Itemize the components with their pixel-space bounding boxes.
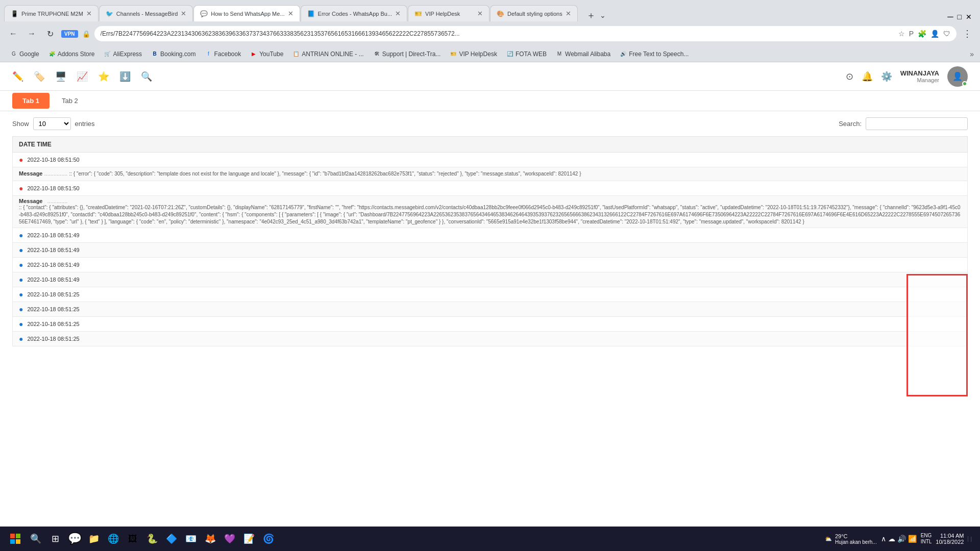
- tab-default-styling[interactable]: 🎨 Default styling options ✕: [490, 5, 578, 21]
- weather-widget[interactable]: ⛅ 29°C Hujan akan berh...: [825, 533, 877, 545]
- tray-cloud-icon[interactable]: ☁: [888, 535, 895, 543]
- taskbar-chrome-button[interactable]: 🌐: [105, 531, 121, 547]
- online-status-dot: [962, 81, 967, 86]
- datetime-cell: ● 2022-10-18 08:51:25: [13, 287, 968, 302]
- taskbar-photoshop-button[interactable]: 🖼: [125, 531, 141, 547]
- tab-page-1[interactable]: Tab 1: [12, 93, 50, 109]
- tab-close-button[interactable]: ✕: [566, 10, 571, 17]
- close-button[interactable]: ✕: [966, 13, 972, 21]
- message-label: Message: [19, 198, 42, 204]
- date-display: 10/18/2022: [936, 539, 964, 545]
- language-badge[interactable]: ENG INTL: [921, 533, 932, 545]
- help-icon[interactable]: ⊙: [846, 71, 853, 82]
- analytics-icon[interactable]: 📈: [77, 71, 88, 82]
- tab-error-codes-whatsapp[interactable]: 📘 Error Codes - WhatsApp Bu... ✕: [301, 5, 408, 21]
- taskbar-app5-button[interactable]: 🔷: [163, 531, 180, 547]
- table-row-detail: Message ............. :: { "contact": { …: [13, 196, 968, 228]
- minimize-button[interactable]: ─: [947, 12, 953, 21]
- datetime-cell: ● 2022-10-18 08:51:49: [13, 228, 968, 243]
- tab-page-2[interactable]: Tab 2: [52, 93, 88, 109]
- show-entries-control: Show 10 25 50 100 entries: [12, 117, 95, 130]
- show-desktop-button[interactable]: |: [968, 536, 974, 542]
- new-tab-button[interactable]: ＋: [586, 9, 596, 21]
- extension-icon[interactable]: 🧩: [918, 30, 926, 38]
- tray-network-icon[interactable]: 📶: [908, 535, 917, 543]
- taskbar-search-button[interactable]: 🔍: [28, 531, 44, 547]
- tab-close-button[interactable]: ✕: [181, 10, 186, 17]
- taskbar-outlook-button[interactable]: 📧: [183, 531, 199, 547]
- bookmark-addons-store[interactable]: 🧩 Addons Store: [44, 49, 99, 59]
- data-table: DATE TIME ● 2022-10-18 08:51:50 M: [12, 136, 968, 346]
- bookmark-booking[interactable]: B Booking.com: [147, 49, 200, 59]
- bookmark-fota-web[interactable]: 🔄 FOTA WEB: [502, 49, 551, 59]
- info-icon: ●: [19, 246, 23, 254]
- tray-volume-icon[interactable]: 🔊: [897, 535, 906, 543]
- bookmarks-more-button[interactable]: »: [970, 50, 974, 58]
- maximize-button[interactable]: □: [958, 13, 962, 21]
- tab-close-button[interactable]: ✕: [477, 10, 483, 17]
- facebook-favicon: f: [205, 51, 212, 58]
- search-icon[interactable]: 🔍: [141, 71, 152, 82]
- reload-button[interactable]: ↻: [43, 27, 57, 41]
- weather-icon: ⛅: [825, 536, 832, 542]
- bookmark-antrian-online[interactable]: 📋 ANTRIAN ONLINE - ...: [288, 49, 368, 59]
- tab-vip-helpdesk[interactable]: 🎫 VIP HelpDesk ✕: [408, 5, 489, 21]
- taskbar-chat-button[interactable]: 💬: [66, 531, 83, 547]
- user-name: WINANJAYA: [900, 69, 939, 77]
- more-options-button[interactable]: ⋮: [961, 28, 974, 39]
- bookmark-vip-helpdesk[interactable]: 🎫 VIP HelpDesk: [446, 49, 501, 59]
- taskbar-visual-studio-button[interactable]: 💜: [222, 531, 238, 547]
- notifications-icon[interactable]: 🔔: [862, 71, 873, 82]
- address-bar[interactable]: /Errs/7B2247756964223A223134306362383639…: [94, 26, 957, 41]
- datetime-cell: ● 2022-10-18 08:51:50: [13, 181, 968, 196]
- star-icon[interactable]: ⭐: [98, 71, 109, 82]
- svg-rect-1: [16, 534, 20, 538]
- bookmark-youtube[interactable]: ▶ YouTube: [246, 49, 287, 59]
- taskbar-edge-button[interactable]: 🌀: [260, 531, 277, 547]
- tab-close-button[interactable]: ✕: [86, 10, 92, 17]
- tag-icon[interactable]: 🏷️: [34, 71, 45, 82]
- download-icon[interactable]: ⬇️: [119, 71, 131, 82]
- datetime-cell: ● 2022-10-18 08:51:49: [13, 272, 968, 287]
- profile-button[interactable]: 👤: [930, 30, 939, 38]
- taskbar-file-explorer[interactable]: 📁: [86, 531, 102, 547]
- bookmark-google[interactable]: G Google: [6, 49, 43, 59]
- bookmark-label: FOTA WEB: [516, 51, 547, 58]
- language-text: ENG: [921, 533, 932, 539]
- taskbar-firefox-button[interactable]: 🦊: [202, 531, 218, 547]
- display-icon[interactable]: 🖥️: [55, 71, 66, 82]
- settings-icon[interactable]: ⚙️: [881, 71, 892, 82]
- taskbar-python-button[interactable]: 🐍: [144, 531, 160, 547]
- tab-how-to-send-whatsapp[interactable]: 💬 How to Send WhatsApp Me... ✕: [193, 5, 300, 21]
- datetime-value: 2022-10-18 08:51:50: [27, 185, 79, 191]
- profile-icon[interactable]: P: [909, 30, 914, 38]
- tab-channels-messagebird[interactable]: 🐦 Channels - MessageBird ✕: [99, 5, 193, 21]
- tab-close-button[interactable]: ✕: [288, 10, 293, 17]
- tab-overflow-button[interactable]: ⌄: [600, 11, 606, 19]
- bookmark-support-direct[interactable]: 🛠 Support | Direct-Tra...: [369, 49, 445, 59]
- edit-icon[interactable]: ✏️: [12, 71, 23, 82]
- tab-close-button[interactable]: ✕: [395, 10, 401, 17]
- forward-button[interactable]: →: [24, 27, 39, 41]
- entries-select[interactable]: 10 25 50 100: [33, 117, 71, 130]
- back-button[interactable]: ←: [6, 27, 20, 41]
- message-detail-prefix: .............: [47, 198, 68, 204]
- bookmark-star-icon[interactable]: ☆: [898, 30, 905, 38]
- tray-arrow-icon[interactable]: ∧: [881, 535, 886, 543]
- taskbar-notes-button[interactable]: 📝: [241, 531, 257, 547]
- bookmark-free-text-speech[interactable]: 🔊 Free Text to Speech...: [616, 49, 693, 59]
- security-icon[interactable]: 🛡: [943, 30, 950, 38]
- table-wrapper: DATE TIME ● 2022-10-18 08:51:50 M: [0, 136, 980, 544]
- tab-prime-truphone[interactable]: 📱 Prime TRUPHONE M2M ✕: [4, 5, 99, 21]
- bookmark-webmail-alibaba[interactable]: M Webmail Alibaba: [552, 49, 615, 59]
- bookmark-facebook[interactable]: f Facebook: [201, 49, 245, 59]
- vpn-button[interactable]: VPN: [61, 30, 78, 38]
- start-button[interactable]: [6, 530, 24, 548]
- table-row: ● 2022-10-18 08:51:50: [13, 181, 968, 196]
- bookmark-aliexpress[interactable]: 🛒 AliExpress: [100, 49, 146, 59]
- taskbar-clock[interactable]: 11:04 AM 10/18/2022: [936, 533, 964, 545]
- search-input[interactable]: [866, 117, 968, 130]
- table-row-detail: Message ............... :: { "error": { …: [13, 167, 968, 181]
- taskbar-widgets-button[interactable]: ⊞: [47, 531, 63, 547]
- avatar[interactable]: 👤: [947, 66, 968, 87]
